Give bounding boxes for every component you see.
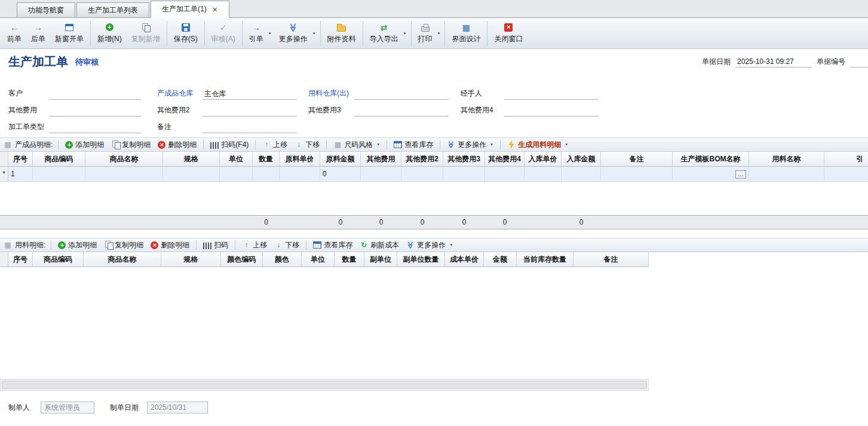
column-header[interactable]: 引	[824, 152, 868, 167]
copy-new-button[interactable]: 复制新增	[127, 20, 165, 47]
column-header[interactable]: 入库金额	[562, 152, 601, 167]
cell-fee4[interactable]	[485, 167, 525, 182]
close-window-button[interactable]: × 关闭窗口	[489, 20, 527, 47]
column-header[interactable]: 数量	[335, 252, 364, 267]
cell-unit[interactable]	[220, 167, 253, 182]
fee4-input[interactable]	[504, 106, 599, 117]
ui-design-button[interactable]: ▦ 界面设计	[447, 20, 485, 47]
cell-product-code[interactable]	[33, 167, 85, 182]
column-header[interactable]: 商品编码	[33, 152, 85, 167]
tab-current-order[interactable]: 生产加工单(1) ×	[151, 1, 229, 18]
fee2-input[interactable]	[203, 106, 297, 117]
cell-fee3[interactable]	[443, 167, 485, 182]
column-header[interactable]: 序号	[8, 252, 33, 267]
cell-fee2[interactable]	[401, 167, 443, 182]
column-header[interactable]: 商品名称	[84, 252, 161, 267]
column-header[interactable]: 颜色	[263, 252, 302, 267]
dropdown-caret-icon[interactable]: ▼	[437, 32, 441, 35]
move-up-button[interactable]: ↑ 上移	[238, 239, 271, 252]
column-header[interactable]: 规格	[163, 152, 220, 167]
column-header[interactable]: 副单位	[364, 252, 397, 267]
view-stock-button[interactable]: 查看库存	[390, 139, 437, 151]
column-header[interactable]: 商品编码	[33, 252, 84, 267]
move-up-button[interactable]: ↑ 上移	[259, 139, 291, 151]
cell-spec[interactable]	[163, 167, 220, 182]
cell-qty[interactable]	[253, 167, 280, 182]
column-header[interactable]: 生产模板BOM名称	[673, 152, 749, 167]
column-header[interactable]: 当前库存数量	[517, 252, 573, 267]
column-header[interactable]: 入库单价	[525, 152, 562, 167]
more-operations-button[interactable]: ≫ 更多操作 ▼	[274, 20, 318, 47]
product-warehouse-input[interactable]	[203, 89, 297, 100]
cell-in-price[interactable]	[525, 167, 562, 182]
column-header[interactable]: 备注	[573, 252, 649, 267]
column-header[interactable]: 其他费用4	[485, 152, 525, 167]
column-header[interactable]: 备注	[601, 152, 673, 167]
size-style-button[interactable]: ▦ 尺码风格 ▼	[330, 139, 384, 151]
save-button[interactable]: 保存(S)	[169, 20, 203, 47]
add-new-button[interactable]: + 新增(N)	[93, 20, 127, 47]
dropdown-caret-icon[interactable]: ▼	[268, 32, 272, 35]
column-header[interactable]: 其他费用2	[401, 152, 443, 167]
cell-index[interactable]: 1	[8, 167, 33, 182]
new-window-button[interactable]: 新窗开单	[50, 20, 88, 47]
next-order-button[interactable]: → 后单	[26, 20, 50, 47]
print-button[interactable]: 打印 ▼	[413, 20, 443, 47]
column-header[interactable]: 用料名称	[749, 152, 824, 167]
column-header[interactable]: 序号	[8, 152, 33, 167]
copy-detail-button[interactable]: 复制明细	[108, 139, 154, 151]
tab-order-list[interactable]: 生产加工单列表	[76, 2, 149, 17]
cell-in-amount[interactable]	[562, 167, 601, 182]
attachments-button[interactable]: 附件资料	[323, 20, 361, 47]
horizontal-scrollbar[interactable]	[0, 379, 649, 391]
refresh-cost-button[interactable]: ↻ 刷新成本	[356, 239, 403, 252]
dropdown-caret-icon[interactable]: ▼	[403, 32, 407, 35]
more-operations-button[interactable]: ≫ 更多操作 ▼	[443, 139, 497, 151]
copy-detail-button[interactable]: 复制明细	[100, 239, 147, 252]
handler-input[interactable]	[504, 89, 599, 100]
material-warehouse-input[interactable]	[354, 89, 449, 100]
pull-order-button[interactable]: → 引单 ▼	[244, 20, 274, 47]
column-header[interactable]: 副单位数量	[397, 252, 445, 267]
column-header[interactable]: 商品名称	[85, 152, 163, 167]
add-detail-button[interactable]: + 添加明细	[62, 139, 108, 151]
ellipsis-button[interactable]: …	[735, 170, 746, 179]
column-header[interactable]: 单位	[220, 152, 253, 167]
column-header[interactable]: 规格	[161, 252, 221, 267]
cell-material-amount[interactable]: 0	[320, 167, 361, 182]
column-header[interactable]: 颜色编码	[221, 252, 263, 267]
move-down-button[interactable]: ↓ 下移	[291, 139, 323, 151]
scan-code-button[interactable]: 扫码	[200, 239, 232, 252]
doc-no-input[interactable]	[850, 57, 868, 68]
column-header[interactable]: 单位	[302, 252, 335, 267]
column-header[interactable]: 其他费用3	[443, 152, 485, 167]
cell-fee1[interactable]	[361, 167, 401, 182]
delete-detail-button[interactable]: × 删除明细	[147, 239, 193, 252]
dropdown-caret-icon[interactable]: ▼	[312, 32, 316, 35]
close-tab-icon[interactable]: ×	[212, 5, 218, 14]
cell-material-name[interactable]	[749, 167, 824, 182]
remark-input[interactable]	[203, 122, 297, 133]
generate-material-button[interactable]: 生成用料明细 ▼	[504, 139, 572, 151]
delete-detail-button[interactable]: × 删除明细	[154, 139, 200, 151]
doc-date-input[interactable]	[735, 57, 812, 68]
column-header[interactable]: 成本单价	[445, 252, 484, 267]
more-operations-button[interactable]: ≫ 更多操作 ▼	[403, 239, 456, 252]
add-detail-button[interactable]: + 添加明细	[54, 239, 100, 252]
import-export-button[interactable]: ⇄ 导入导出 ▼	[365, 20, 409, 47]
column-header[interactable]: 原料单价	[280, 152, 320, 167]
column-header[interactable]: 数量	[253, 152, 280, 167]
cell-pull-qty[interactable]	[824, 167, 868, 182]
fee3-input[interactable]	[354, 106, 449, 117]
audit-button[interactable]: ✓ 审核(A)	[207, 20, 240, 47]
scrollbar-thumb[interactable]	[2, 381, 647, 389]
column-header[interactable]: 原料金额	[320, 152, 361, 167]
scan-code-button[interactable]: 扫码(F4)	[207, 139, 252, 151]
move-down-button[interactable]: ↓ 下移	[271, 239, 303, 252]
cell-product-name[interactable]	[85, 167, 163, 182]
column-header[interactable]: 金额	[484, 252, 517, 267]
cell-material-price[interactable]	[280, 167, 320, 182]
cell-bom-name[interactable]: …	[673, 167, 749, 182]
column-header[interactable]: 其他费用	[361, 152, 401, 167]
prev-order-button[interactable]: ← 前单	[2, 20, 26, 47]
